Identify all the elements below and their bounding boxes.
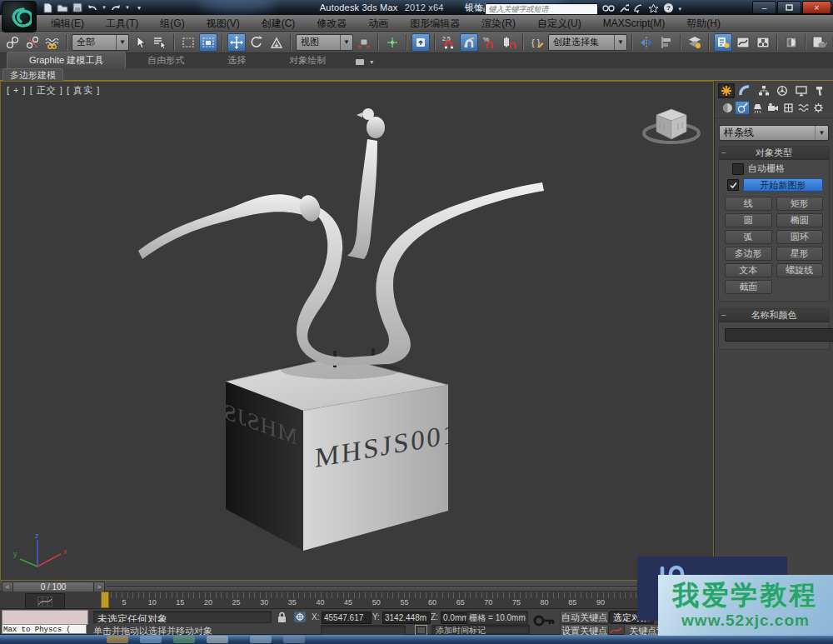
modify-tab-icon[interactable]: [736, 83, 753, 98]
material-editor-icon[interactable]: [782, 33, 801, 52]
name-color-rollout-header[interactable]: − 名称和颜色: [719, 309, 829, 322]
helpers-category-icon[interactable]: [781, 101, 796, 115]
selection-filter-dropdown[interactable]: 全部 ▼: [72, 34, 129, 51]
unlink-selection-icon[interactable]: [23, 33, 42, 52]
percent-snap-toggle-icon[interactable]: %: [480, 33, 498, 52]
ribbon-tab-graphite[interactable]: Graphite 建模工具: [7, 52, 126, 68]
shape-category-dropdown[interactable]: 样条线 ▼: [719, 125, 829, 141]
set-keys-key-icon[interactable]: [533, 612, 556, 632]
named-selection-sets-dropdown[interactable]: 创建选择集 ▼: [548, 34, 627, 51]
shapes-category-icon[interactable]: [735, 101, 750, 115]
menu-item[interactable]: 动画: [357, 15, 399, 32]
curve-editor-icon[interactable]: [734, 33, 752, 52]
viewport-scene[interactable]: MHSJS001 MHSJS001: [1, 82, 713, 580]
windows-taskbar[interactable]: [0, 635, 833, 644]
menu-item[interactable]: 自定义(U): [526, 15, 592, 32]
minimize-button[interactable]: –: [752, 1, 776, 14]
menu-item[interactable]: 编辑(E): [40, 15, 95, 32]
systems-category-icon[interactable]: [811, 101, 826, 115]
lights-category-icon[interactable]: [751, 101, 766, 115]
angle-snap-toggle-icon[interactable]: [460, 33, 478, 52]
cameras-category-icon[interactable]: [766, 101, 781, 115]
menu-item[interactable]: 修改器: [306, 15, 357, 32]
application-menu-button[interactable]: [2, 1, 37, 32]
layer-manager-icon[interactable]: [686, 33, 704, 52]
maxscript-mini-listener[interactable]: [2, 610, 88, 625]
select-and-link-icon[interactable]: [3, 33, 22, 52]
shape-button[interactable]: 星形: [776, 247, 824, 261]
maxscript-listener-line[interactable]: Max to Physcs (: [2, 624, 87, 634]
shape-button[interactable]: 文本: [725, 263, 772, 277]
taskbar-app-icon[interactable]: [283, 636, 305, 643]
maximize-button[interactable]: [777, 1, 801, 14]
absolute-offset-mode-icon[interactable]: [293, 611, 307, 627]
collapse-arrow-icon[interactable]: ▸: [477, 6, 481, 13]
select-and-move-icon[interactable]: [227, 33, 246, 52]
rectangular-selection-region-icon[interactable]: [179, 33, 197, 52]
start-new-shape-checkbox[interactable]: [727, 179, 739, 191]
menu-item[interactable]: 组(G): [149, 15, 195, 32]
select-and-rotate-icon[interactable]: [247, 33, 266, 52]
select-object-icon[interactable]: [131, 33, 149, 52]
create-tab-icon[interactable]: [718, 83, 735, 98]
shape-button[interactable]: 截面: [725, 280, 772, 294]
shape-button[interactable]: 椭圆: [776, 213, 824, 227]
window-crossing-toggle-icon[interactable]: [199, 33, 217, 52]
menu-item[interactable]: 图形编辑器: [399, 15, 471, 32]
select-and-manipulate-icon[interactable]: [383, 33, 402, 52]
close-button[interactable]: ×: [802, 1, 831, 14]
reference-coordinate-system-dropdown[interactable]: 视图 ▼: [296, 34, 353, 51]
shape-button[interactable]: 圆环: [776, 230, 824, 244]
taskbar-app-icon[interactable]: [140, 636, 162, 643]
menu-item[interactable]: 渲染(R): [471, 15, 526, 32]
menu-item[interactable]: 创建(C): [251, 15, 307, 32]
start-new-shape-button[interactable]: 开始新图形: [743, 178, 823, 192]
ribbon-tab-object-paint[interactable]: 对象绘制: [267, 52, 347, 68]
motion-tab-icon[interactable]: [774, 83, 791, 98]
selection-lock-icon[interactable]: [277, 612, 287, 627]
shape-button[interactable]: 矩形: [776, 197, 824, 211]
ribbon-tab-selection[interactable]: 选择: [206, 52, 267, 68]
select-and-scale-icon[interactable]: [267, 33, 286, 52]
time-slider-track[interactable]: [107, 586, 711, 588]
viewport-label[interactable]: [ + ] [ 正交 ] [ 真实 ]: [7, 84, 100, 97]
object-type-rollout-header[interactable]: − 对象类型: [719, 147, 829, 160]
spinner-snap-toggle-icon[interactable]: [500, 33, 518, 52]
open-mini-curve-editor-button[interactable]: [25, 593, 65, 609]
hierarchy-tab-icon[interactable]: [756, 83, 772, 98]
shape-button[interactable]: 线: [725, 197, 772, 211]
render-setup-icon[interactable]: [811, 33, 829, 52]
coord-y-field[interactable]: 3142.448m: [382, 612, 431, 624]
auto-key-button[interactable]: 自动关键点: [560, 611, 609, 624]
viewcube[interactable]: [636, 100, 706, 152]
menu-item[interactable]: 工具(T): [95, 15, 149, 32]
search-input[interactable]: [485, 3, 598, 15]
menu-item[interactable]: 视图(V): [196, 15, 251, 32]
display-tab-icon[interactable]: [793, 83, 810, 98]
graphite-modeling-tools-toggle-icon[interactable]: [714, 33, 732, 52]
viewport[interactable]: [ + ] [ 正交 ] [ 真实 ]: [0, 81, 714, 581]
help-dropdown-icon[interactable]: ▾: [678, 6, 681, 12]
shape-button[interactable]: 螺旋线: [776, 263, 824, 277]
taskbar-app-icon[interactable]: [250, 636, 272, 643]
taskbar-app-icon[interactable]: [173, 636, 195, 643]
taskbar-app-icon[interactable]: [207, 636, 228, 643]
ribbon-options-dropdown[interactable]: ▾: [356, 58, 373, 68]
select-by-name-icon[interactable]: [151, 33, 169, 52]
utilities-tab-icon[interactable]: [811, 83, 828, 98]
space-warps-category-icon[interactable]: [796, 101, 811, 115]
shape-button[interactable]: 多边形: [725, 247, 772, 261]
schematic-view-icon[interactable]: [754, 33, 772, 52]
shape-button[interactable]: 弧: [725, 230, 772, 244]
edit-named-selection-sets-icon[interactable]: { }: [528, 33, 546, 52]
shape-button[interactable]: 圆: [725, 213, 772, 227]
autogrid-checkbox[interactable]: [732, 163, 744, 175]
geometry-category-icon[interactable]: [720, 101, 735, 115]
mirror-icon[interactable]: [637, 33, 656, 52]
menu-item[interactable]: MAXScript(M): [592, 15, 676, 32]
menu-item[interactable]: 帮助(H): [676, 15, 731, 32]
taskbar-app-icon[interactable]: [107, 636, 128, 643]
add-time-tag[interactable]: 添加时间标记: [431, 625, 530, 634]
bind-to-space-warp-icon[interactable]: [43, 33, 62, 52]
ribbon-tab-freeform[interactable]: 自由形式: [126, 52, 206, 68]
